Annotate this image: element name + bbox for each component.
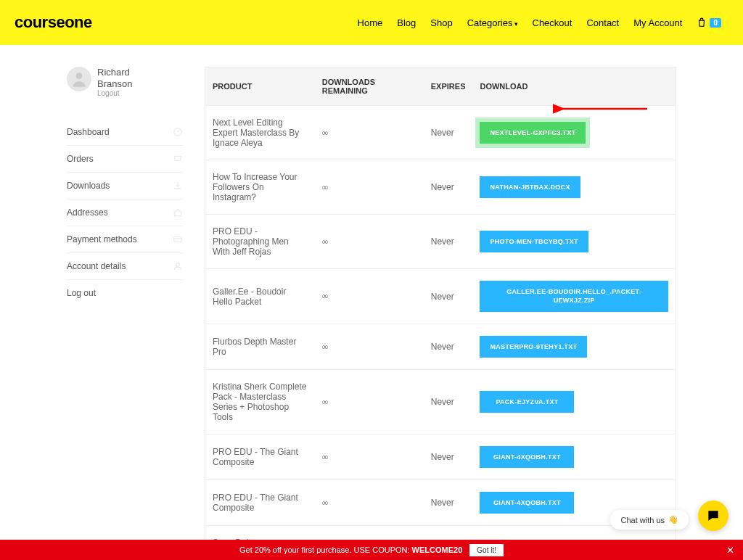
download-button[interactable]: NATHAN-JBTBAX.DOCX [480, 176, 580, 198]
table-row: PRO EDU - Photographing Men With Jeff Ro… [205, 215, 676, 269]
cell-product: Galler.Ee - Boudoir Hello Packet [205, 269, 315, 324]
nav-my-account[interactable]: My Account [633, 17, 682, 28]
cell-download: GALLER.EE-BOUDOIR.HELLO_.PACKET-UEWXJZ.Z… [472, 269, 676, 324]
sidebar-item-payment[interactable]: Payment methods [67, 226, 183, 253]
table-row: Next Level Editing Expert Masterclass By… [205, 106, 676, 160]
cell-product: PRO EDU - The Giant Composite [205, 480, 315, 526]
cell-remaining: ∞ [315, 480, 424, 526]
cell-product: Next Level Editing Expert Masterclass By… [205, 106, 315, 160]
sidebar-item-label: Dashboard [67, 127, 110, 137]
cart-icon [173, 154, 183, 164]
site-logo[interactable]: courseone [15, 13, 92, 32]
sidebar-item-label: Addresses [67, 207, 108, 218]
cell-product: PRO EDU - Photographing Men With Jeff Ro… [205, 215, 315, 269]
gauge-icon [173, 127, 183, 137]
card-icon [173, 234, 183, 244]
user-icon [70, 70, 89, 88]
chat-bubble-button[interactable] [698, 501, 728, 531]
download-button[interactable]: PHOTO-MEN-TBCYBQ.TXT [480, 231, 588, 252]
cell-download: NATHAN-JBTBAX.DOCX [472, 160, 676, 215]
cell-expires: Never [424, 480, 473, 526]
svg-point-3 [176, 263, 180, 267]
sidebar-item-addresses[interactable]: Addresses [67, 199, 183, 226]
download-button[interactable]: GIANT-4XQOBH.TXT [480, 492, 574, 514]
bag-icon [697, 17, 707, 28]
cell-product: How To Increase Your Followers On Instag… [205, 160, 315, 215]
chevron-down-icon: ▾ [514, 20, 518, 28]
cell-remaining: ∞ [315, 370, 424, 435]
nav-shop[interactable]: Shop [430, 17, 452, 28]
download-button[interactable]: MASTERPRO-9TEHY1.TXT [480, 336, 587, 358]
download-button[interactable]: PACK-EJYZVA.TXT [480, 391, 574, 413]
cell-expires: Never [424, 370, 473, 435]
person-icon [173, 261, 183, 271]
cell-remaining: ∞ [315, 269, 424, 324]
nav-blog[interactable]: Blog [397, 17, 416, 28]
sidebar-item-downloads[interactable]: Downloads [67, 173, 183, 199]
logout-link-small[interactable]: Logout [97, 89, 132, 97]
sidebar-item-account[interactable]: Account details [67, 253, 183, 280]
sidebar-item-label: Log out [67, 288, 96, 298]
promo-got-it-button[interactable]: Got it! [469, 544, 504, 556]
account-menu: Dashboard Orders Downloads Addresses Pay… [67, 119, 183, 306]
avatar [67, 67, 91, 91]
cell-download: PACK-EJYZVA.TXT [472, 370, 676, 435]
promo-prefix: Get 20% off your first purchase. USE COU… [239, 545, 412, 554]
th-remaining: DOWNLOADS REMAINING [315, 67, 424, 106]
cart-button[interactable]: 0 [697, 17, 721, 28]
download-icon [173, 181, 183, 191]
nav-home[interactable]: Home [358, 17, 383, 28]
sidebar-item-logout[interactable]: Log out [67, 280, 183, 306]
nav-contact[interactable]: Contact [586, 17, 619, 28]
download-button[interactable]: GALLER.EE-BOUDOIR.HELLO_.PACKET-UEWXJZ.Z… [480, 281, 668, 312]
header: courseone Home Blog Shop Categories▾ Che… [0, 0, 743, 45]
th-download: DOWNLOAD [472, 67, 676, 106]
cell-download: NEXTLEVEL-GXPFG3.TXT [472, 106, 676, 160]
sidebar-item-label: Account details [67, 261, 126, 271]
cell-expires: Never [424, 269, 473, 324]
promo-text: Get 20% off your first purchase. USE COU… [239, 545, 462, 554]
cell-remaining: ∞ [315, 160, 424, 215]
page-container: Richard Branson Logout Dashboard Orders … [67, 67, 676, 560]
table-row: Kristina Sherk Complete Pack - Mastercla… [205, 370, 676, 435]
cell-product: PRO EDU - The Giant Composite [205, 435, 315, 480]
sidebar-item-dashboard[interactable]: Dashboard [67, 119, 183, 146]
download-button[interactable]: GIANT-4XQOBH.TXT [480, 446, 574, 468]
download-button[interactable]: NEXTLEVEL-GXPFG3.TXT [480, 122, 586, 144]
sidebar-item-label: Downloads [67, 181, 110, 191]
cell-expires: Never [424, 106, 473, 160]
cell-remaining: ∞ [315, 435, 424, 480]
top-nav: Home Blog Shop Categories▾ Checkout Cont… [358, 17, 721, 28]
table-row: Galler.Ee - Boudoir Hello Packet∞NeverGA… [205, 269, 676, 324]
cell-remaining: ∞ [315, 324, 424, 370]
cell-product: Kristina Sherk Complete Pack - Mastercla… [205, 370, 315, 435]
downloads-main: PRODUCT DOWNLOADS REMAINING EXPIRES DOWN… [205, 67, 676, 560]
cell-product: Flurbos Depth Master Pro [205, 324, 315, 370]
promo-code: WELCOME20 [412, 545, 463, 554]
profile-block: Richard Branson Logout [67, 67, 183, 97]
table-row: PRO EDU - The Giant Composite∞NeverGIANT… [205, 480, 676, 526]
cart-count-badge: 0 [710, 18, 721, 28]
home-icon [173, 207, 183, 218]
table-row: How To Increase Your Followers On Instag… [205, 160, 676, 215]
nav-checkout[interactable]: Checkout [533, 17, 572, 28]
cell-remaining: ∞ [315, 106, 424, 160]
cell-download: GIANT-4XQOBH.TXT [472, 435, 676, 480]
chat-with-us-pill[interactable]: Chat with us 👋 [610, 510, 689, 530]
sidebar-item-label: Payment methods [67, 234, 137, 244]
wave-emoji-icon: 👋 [668, 515, 678, 524]
cell-expires: Never [424, 215, 473, 269]
sidebar-item-orders[interactable]: Orders [67, 146, 183, 173]
table-row: PRO EDU - The Giant Composite∞NeverGIANT… [205, 435, 676, 480]
th-product: PRODUCT [205, 67, 315, 106]
nav-categories[interactable]: Categories▾ [467, 17, 518, 28]
cell-expires: Never [424, 160, 473, 215]
chat-label: Chat with us [620, 516, 665, 524]
sidebar-item-label: Orders [67, 154, 94, 164]
svg-rect-2 [174, 237, 182, 242]
cell-download: MASTERPRO-9TEHY1.TXT [472, 324, 676, 370]
promo-close-button[interactable]: ✕ [726, 545, 734, 556]
cell-expires: Never [424, 435, 473, 480]
svg-point-0 [76, 73, 83, 79]
nav-categories-label: Categories [467, 17, 513, 28]
